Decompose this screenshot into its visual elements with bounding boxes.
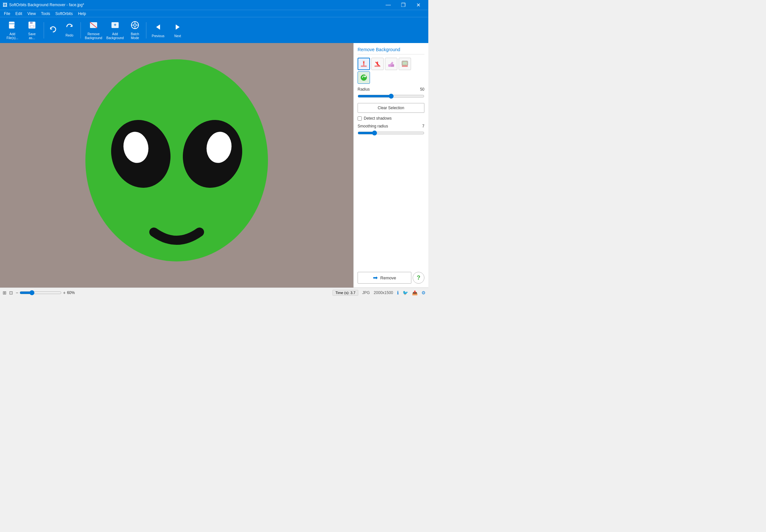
- next-label: Next: [174, 34, 181, 38]
- batch-mode-button[interactable]: BatchMode: [126, 19, 144, 41]
- redo-icon: [66, 23, 73, 32]
- format-label: JPG: [362, 290, 370, 295]
- remove-background-label: RemoveBackground: [85, 32, 102, 40]
- keep-brush-button[interactable]: [358, 58, 370, 70]
- dimensions-label: 2000x1500: [374, 290, 393, 295]
- info-icon[interactable]: ℹ: [397, 290, 399, 295]
- minimize-button[interactable]: —: [381, 0, 396, 10]
- remove-background-icon: [89, 21, 98, 31]
- zoom-out-button[interactable]: −: [16, 290, 18, 295]
- remove-bg-title: Remove Background: [358, 47, 424, 54]
- svg-rect-24: [361, 66, 367, 67]
- bg-buttons: RemoveBackground + AddBackground: [83, 19, 144, 41]
- title-bar: 🖼 SoftOrbits Background Remover - face.j…: [0, 0, 428, 10]
- add-files-button[interactable]: + AddFile(s)...: [3, 19, 22, 41]
- smoothing-radius-section: Smoothing radius 7: [358, 124, 424, 137]
- radius-value: 50: [420, 87, 424, 92]
- reprocess-button[interactable]: [358, 71, 370, 84]
- title-bar-left: 🖼 SoftOrbits Background Remover - face.j…: [3, 2, 84, 7]
- twitter-icon[interactable]: 🐦: [403, 290, 408, 295]
- separator-2: [81, 22, 81, 38]
- restore-button[interactable]: ❐: [396, 0, 411, 10]
- history-buttons: Redo: [46, 19, 79, 41]
- svg-marker-18: [176, 24, 180, 30]
- nav-buttons: Previous Next: [148, 19, 187, 41]
- zoom-in-button[interactable]: +: [63, 290, 66, 295]
- status-right: Time (s): 3.7 JPG 2000x1500 ℹ 🐦 📤 ⚙: [332, 290, 426, 296]
- smoothing-radius-value: 7: [422, 124, 424, 128]
- separator-1: [44, 22, 44, 38]
- menu-softorbits[interactable]: SoftOrbits: [53, 11, 75, 17]
- menu-tools[interactable]: Tools: [38, 11, 53, 17]
- clear-selection-button[interactable]: Clear Selection: [358, 103, 424, 113]
- eraser-button[interactable]: [385, 58, 397, 70]
- redo-label: Redo: [66, 34, 73, 37]
- redo-button[interactable]: Redo: [60, 19, 79, 41]
- add-background-button[interactable]: + AddBackground: [104, 19, 126, 41]
- help-button[interactable]: ?: [413, 272, 424, 284]
- toolbar: + AddFile(s)... Saveas...: [0, 17, 428, 43]
- remove-background-button[interactable]: RemoveBackground: [83, 19, 104, 41]
- detect-shadows-row: Detect shadows: [358, 116, 424, 121]
- side-panel: Remove Background: [353, 43, 428, 288]
- batch-mode-label: BatchMode: [131, 32, 139, 40]
- menu-view[interactable]: View: [25, 11, 38, 17]
- radius-slider[interactable]: [358, 94, 424, 99]
- add-files-icon: +: [8, 21, 17, 31]
- svg-rect-4: [30, 22, 33, 24]
- magic-wand-button[interactable]: [399, 58, 411, 70]
- svg-marker-17: [156, 24, 160, 30]
- svg-point-12: [134, 24, 136, 26]
- zoom-slider[interactable]: [20, 290, 62, 295]
- main-area: Remove Background: [0, 43, 428, 288]
- alien-image: [72, 43, 281, 288]
- svg-text:+: +: [14, 24, 16, 29]
- add-background-label: AddBackground: [106, 32, 124, 40]
- menu-file[interactable]: File: [1, 11, 13, 17]
- title-text: SoftOrbits Background Remover - face.jpg…: [9, 3, 84, 7]
- settings-status-icon[interactable]: ⚙: [421, 290, 426, 295]
- svg-text:+: +: [114, 22, 116, 27]
- svg-rect-26: [363, 62, 364, 63]
- save-as-button[interactable]: Saveas...: [22, 19, 42, 41]
- remove-brush-button[interactable]: [371, 58, 384, 70]
- zoom-percent: 60%: [67, 290, 79, 295]
- previous-icon: [154, 22, 163, 33]
- smoothing-radius-label: Smoothing radius: [358, 124, 388, 128]
- separator-3: [146, 22, 146, 38]
- menu-edit[interactable]: Edit: [13, 11, 25, 17]
- remove-label: Remove: [380, 275, 396, 280]
- remove-button-row: ➡ Remove ?: [358, 272, 424, 284]
- save-as-icon: [27, 21, 37, 31]
- share-icon[interactable]: 📤: [412, 290, 418, 295]
- menu-help[interactable]: Help: [75, 11, 89, 17]
- smoothing-radius-slider[interactable]: [358, 130, 424, 136]
- menu-bar: File Edit View Tools SoftOrbits Help: [0, 10, 428, 17]
- add-files-label: AddFile(s)...: [7, 32, 18, 40]
- batch-mode-icon: [130, 21, 140, 31]
- title-controls: — ❐ ✕: [381, 0, 426, 10]
- detect-shadows-label[interactable]: Detect shadows: [364, 116, 391, 121]
- remove-button[interactable]: ➡ Remove: [358, 272, 411, 284]
- undo-icon: [49, 26, 57, 35]
- next-button[interactable]: Next: [168, 19, 187, 41]
- fit-icon[interactable]: ⊞: [3, 290, 7, 295]
- close-button[interactable]: ✕: [411, 0, 426, 10]
- add-background-icon: +: [110, 21, 120, 31]
- time-badge: Time (s): 3.7: [332, 290, 358, 296]
- tool-buttons: [358, 58, 424, 84]
- zoom-controls: − + 60%: [16, 290, 79, 295]
- previous-button[interactable]: Previous: [148, 19, 168, 41]
- app-icon: 🖼: [3, 2, 7, 7]
- smoothing-radius-label-row: Smoothing radius 7: [358, 124, 424, 128]
- svg-rect-35: [402, 66, 408, 67]
- file-buttons: + AddFile(s)... Saveas...: [3, 19, 42, 41]
- remove-arrow-icon: ➡: [373, 274, 378, 281]
- radius-label-row: Radius 50: [358, 87, 424, 92]
- detect-shadows-checkbox[interactable]: [358, 116, 362, 121]
- next-icon: [173, 22, 182, 33]
- canvas-area[interactable]: [0, 43, 353, 288]
- undo-button[interactable]: [46, 19, 60, 41]
- help-icon: ?: [417, 274, 420, 281]
- actual-size-icon[interactable]: ⊡: [9, 290, 13, 295]
